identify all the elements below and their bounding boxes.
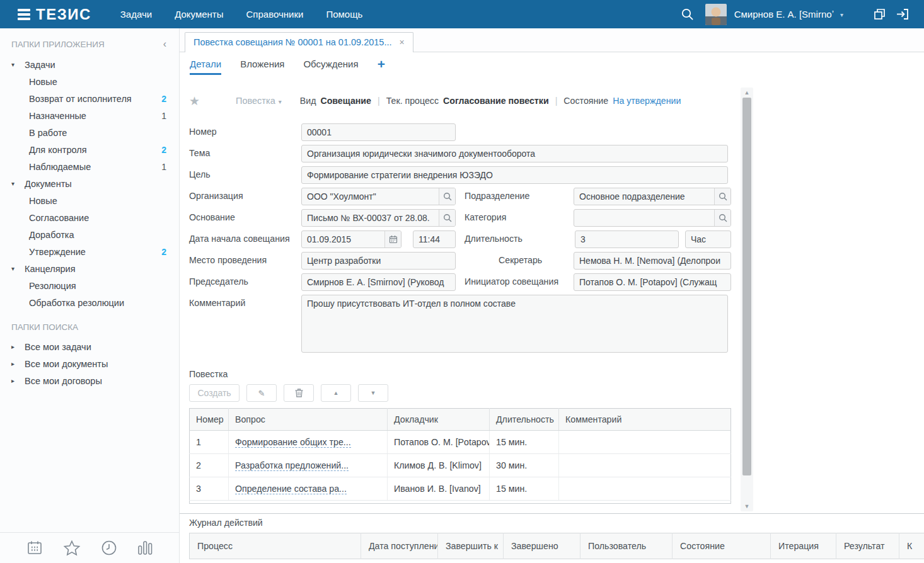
- agenda-delete-button[interactable]: [284, 384, 314, 402]
- agenda-question-link[interactable]: Определение состава ра...: [235, 484, 347, 494]
- goal-field[interactable]: Формирование стратегии внедрения ЮЗЭДО: [301, 166, 728, 184]
- agenda-col-speaker[interactable]: Докладчик: [388, 409, 490, 431]
- table-row[interactable]: 1 Формирование общих тре... Потапов О. М…: [190, 431, 731, 454]
- journal-col-due[interactable]: Завершить к: [438, 533, 504, 559]
- agenda-col-comment[interactable]: Комментарий: [559, 409, 731, 431]
- tab-discussions[interactable]: Обсуждения: [303, 52, 358, 75]
- start-date-field[interactable]: 01.09.2015: [301, 230, 401, 248]
- restore-window-icon[interactable]: [874, 8, 886, 20]
- logout-icon[interactable]: [896, 8, 909, 20]
- sidebar-item-tasks-inwork[interactable]: В работе: [0, 124, 179, 141]
- basis-field[interactable]: Письмо № ВХ-00037 от 28.08.: [301, 209, 456, 227]
- journal-col-iteration[interactable]: Итерация: [771, 533, 836, 559]
- sidebar-item-tasks[interactable]: ▾Задачи: [0, 56, 179, 73]
- agenda-question-link[interactable]: Разработка предложений...: [235, 460, 349, 471]
- sidebar-item-resolution-processing[interactable]: Обработка резолюции: [0, 294, 179, 311]
- collapsed-arrow-icon[interactable]: ▸: [11, 343, 25, 350]
- sidebar-item-docs-rework[interactable]: Доработка: [0, 226, 179, 243]
- agenda-toolbar: Создать ✎ ▲ ▼: [189, 384, 731, 402]
- agenda-create-button[interactable]: Создать: [189, 384, 240, 402]
- expand-arrow-icon[interactable]: ▾: [11, 61, 25, 68]
- sidebar-item-tasks-new[interactable]: Новые: [0, 73, 179, 90]
- tab-attachments[interactable]: Вложения: [240, 52, 284, 75]
- chairman-field[interactable]: Смирнов Е. А. [Smirnov] (Руковод: [301, 273, 456, 291]
- menu-documents[interactable]: Документы: [175, 9, 223, 20]
- app-logo[interactable]: ТЕЗИС: [18, 6, 91, 23]
- scroll-down-icon[interactable]: ▼: [741, 502, 753, 511]
- vertical-scrollbar[interactable]: ▲ ▼: [741, 88, 753, 511]
- sidebar-item-chancellery[interactable]: ▾Канцелярия: [0, 260, 179, 277]
- agenda-edit-button[interactable]: ✎: [246, 384, 277, 402]
- sidebar-item-tasks-observed[interactable]: Наблюдаемые1: [0, 158, 179, 175]
- sidebar-item-docs-new[interactable]: Новые: [0, 192, 179, 209]
- agenda-move-up-button[interactable]: ▲: [321, 384, 351, 402]
- start-time-field[interactable]: 11:44: [413, 230, 456, 248]
- table-row[interactable]: 2 Разработка предложений... Климов Д. В.…: [190, 454, 731, 477]
- sidebar-item-documents[interactable]: ▾Документы: [0, 175, 179, 192]
- document-tab[interactable]: Повестка совещания № 00001 на 01.09.2015…: [185, 32, 413, 52]
- user-avatar[interactable]: [705, 4, 727, 25]
- collapsed-arrow-icon[interactable]: ▸: [11, 377, 25, 384]
- search-icon[interactable]: [681, 8, 694, 21]
- agenda-col-number[interactable]: Номер: [190, 409, 229, 431]
- user-menu-caret-icon[interactable]: ▾: [840, 11, 843, 18]
- table-row[interactable]: 3 Определение состава ра... Иванов И. В.…: [190, 477, 731, 501]
- journal-col-received[interactable]: Дата поступления: [361, 533, 438, 559]
- secretary-field[interactable]: Немова Н. М. [Nemova] (Делопрои: [574, 252, 731, 270]
- duration-unit-field[interactable]: Час: [685, 230, 731, 248]
- current-user-name[interactable]: Смирнов Е. А. [Smirnoʼ: [734, 9, 834, 20]
- expand-arrow-icon[interactable]: ▾: [11, 180, 25, 187]
- theme-field[interactable]: Организация юридически значимого докумен…: [301, 145, 728, 162]
- sidebar-item-resolution[interactable]: Резолюция: [0, 277, 179, 294]
- number-field[interactable]: 00001: [301, 123, 456, 141]
- doc-type-dropdown[interactable]: Повестка▾: [236, 96, 282, 106]
- journal-col-result[interactable]: Результат: [836, 533, 899, 559]
- duration-field[interactable]: 3: [575, 230, 679, 248]
- sidebar-item-tasks-returned[interactable]: Возврат от исполнителя2: [0, 90, 179, 107]
- sidebar-item-all-my-documents[interactable]: ▸Все мои документы: [0, 355, 179, 372]
- category-field[interactable]: [574, 209, 731, 227]
- scroll-up-icon[interactable]: ▲: [741, 88, 753, 97]
- reports-chart-icon[interactable]: [137, 540, 153, 556]
- lookup-search-icon[interactable]: [439, 188, 455, 205]
- initiator-field[interactable]: Потапов О. М. [Potapov] (Служащ: [574, 273, 731, 291]
- close-tab-icon[interactable]: ×: [400, 37, 405, 47]
- collapsed-arrow-icon[interactable]: ▸: [11, 360, 25, 367]
- journal-col-process[interactable]: Процесс: [190, 533, 361, 559]
- sidebar-item-docs-approval[interactable]: Согласование: [0, 209, 179, 226]
- sidebar-item-all-my-contracts[interactable]: ▸Все мои договоры: [0, 372, 179, 389]
- comment-field[interactable]: Прошу присутствовать ИТ-отдел в полном с…: [301, 295, 728, 353]
- agenda-col-duration[interactable]: Длительность: [490, 409, 559, 431]
- menu-tasks[interactable]: Задачи: [120, 9, 152, 20]
- lookup-search-icon[interactable]: [714, 188, 731, 205]
- lookup-search-icon[interactable]: [439, 210, 455, 226]
- sidebar-item-tasks-control[interactable]: Для контроля2: [0, 141, 179, 158]
- journal-col-user[interactable]: Пользователь: [580, 533, 673, 559]
- agenda-col-question[interactable]: Вопрос: [229, 409, 388, 431]
- agenda-question-link[interactable]: Формирование общих тре...: [235, 437, 351, 448]
- menu-references[interactable]: Справочники: [246, 9, 304, 20]
- collapse-sidebar-icon[interactable]: ‹: [163, 38, 166, 50]
- journal-col-comment[interactable]: К: [899, 533, 924, 559]
- journal-col-finished[interactable]: Завершено: [504, 533, 580, 559]
- lookup-search-icon[interactable]: [714, 210, 731, 226]
- sidebar-item-all-my-tasks[interactable]: ▸Все мои задачи: [0, 338, 179, 355]
- sidebar-item-tasks-assigned[interactable]: Назначенные1: [0, 107, 179, 124]
- add-tab-icon[interactable]: +: [378, 52, 385, 75]
- tab-details[interactable]: Детали: [190, 52, 221, 75]
- history-clock-icon[interactable]: [101, 540, 117, 556]
- calendar-picker-icon[interactable]: [384, 231, 401, 247]
- calendar-icon[interactable]: [26, 540, 43, 556]
- favorite-star-icon[interactable]: ★: [189, 94, 202, 108]
- favorites-star-icon[interactable]: [63, 540, 81, 557]
- scrollbar-thumb[interactable]: [742, 98, 751, 475]
- place-field[interactable]: Центр разработки: [301, 252, 456, 270]
- state-value[interactable]: На утверждении: [613, 96, 681, 106]
- organization-field[interactable]: ООО "Хоулмонт": [301, 188, 456, 205]
- sidebar-item-docs-confirmation[interactable]: Утверждение2: [0, 243, 179, 260]
- division-field[interactable]: Основное подразделение: [574, 188, 731, 205]
- expand-arrow-icon[interactable]: ▾: [11, 265, 25, 272]
- menu-help[interactable]: Помощь: [326, 9, 362, 20]
- agenda-move-down-button[interactable]: ▼: [358, 384, 388, 402]
- journal-col-state[interactable]: Состояние: [673, 533, 771, 559]
